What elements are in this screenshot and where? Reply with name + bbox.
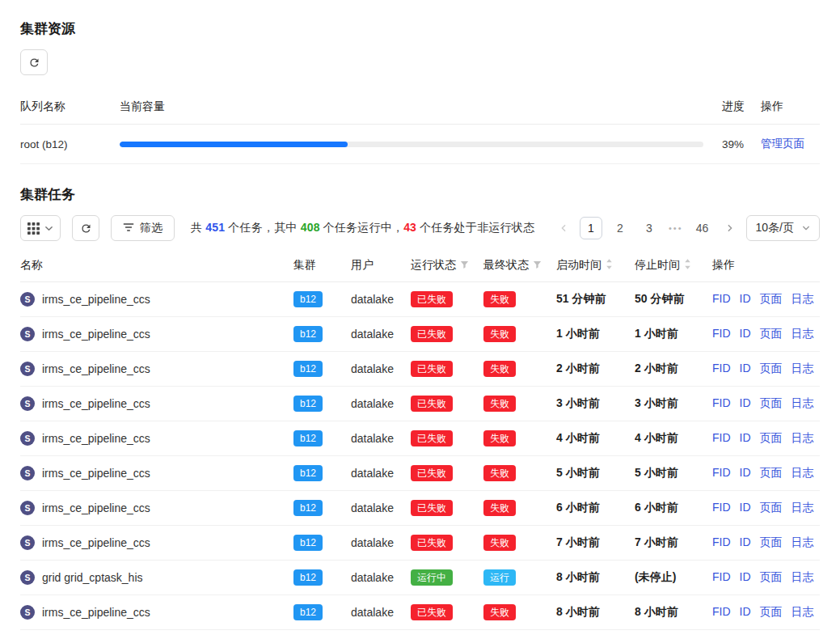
action-page-link[interactable]: 页面 xyxy=(760,535,783,548)
action-page-link[interactable]: 页面 xyxy=(760,396,783,409)
task-user: datalake xyxy=(351,387,411,421)
task-user: datalake xyxy=(351,317,411,352)
resources-refresh-button[interactable] xyxy=(20,49,48,75)
task-name: irms_ce_pipeline_ccs xyxy=(42,362,150,375)
capacity-progress-fill xyxy=(120,142,348,147)
action-id-link[interactable]: ID xyxy=(740,605,751,618)
pagination-page-last[interactable]: 46 xyxy=(691,217,714,239)
action-page-link[interactable]: 页面 xyxy=(760,327,783,340)
task-row: Sirms_ce_pipeline_ccsb12datalake已失败失败6 小… xyxy=(20,491,820,526)
action-id-link[interactable]: ID xyxy=(740,327,751,340)
filter-button-label: 筛选 xyxy=(140,221,163,235)
pagination-next-button[interactable] xyxy=(720,217,740,239)
action-id-link[interactable]: ID xyxy=(740,501,751,514)
pagination-page-2[interactable]: 2 xyxy=(609,217,631,239)
action-id-link[interactable]: ID xyxy=(740,535,751,548)
action-fid-link[interactable]: FID xyxy=(712,431,731,444)
page-size-select[interactable]: 10条/页 xyxy=(746,215,820,241)
action-log-link[interactable]: 日志 xyxy=(791,362,814,375)
action-fid-link[interactable]: FID xyxy=(712,501,731,514)
start-time: 7 小时前 xyxy=(556,526,635,561)
action-log-link[interactable]: 日志 xyxy=(791,292,814,305)
pagination-page-3[interactable]: 3 xyxy=(638,217,661,239)
task-name: irms_ce_pipeline_ccs xyxy=(42,536,150,549)
action-fid-link[interactable]: FID xyxy=(712,292,731,305)
chevron-down-icon xyxy=(802,222,810,235)
filter-button[interactable]: 筛选 xyxy=(111,215,175,241)
cluster-badge: b12 xyxy=(293,604,323,620)
chevron-down-icon xyxy=(44,224,53,233)
sorter-icon[interactable] xyxy=(606,258,613,273)
final-status-badge: 运行 xyxy=(483,569,516,586)
action-id-link[interactable]: ID xyxy=(740,570,751,583)
start-time: 2 小时前 xyxy=(556,352,635,387)
pagination-page-1[interactable]: 1 xyxy=(580,217,602,239)
action-page-link[interactable]: 页面 xyxy=(760,292,783,305)
task-name: grid grid_cptask_his xyxy=(42,571,143,584)
run-status-badge: 已失败 xyxy=(411,465,453,481)
sorter-icon[interactable] xyxy=(684,258,691,273)
run-status-badge: 已失败 xyxy=(411,535,453,551)
action-id-link[interactable]: ID xyxy=(740,431,751,444)
stop-time: 8 小时前 xyxy=(635,595,712,630)
action-page-link[interactable]: 页面 xyxy=(760,466,783,479)
action-log-link[interactable]: 日志 xyxy=(791,535,814,548)
action-fid-link[interactable]: FID xyxy=(712,466,731,479)
spark-avatar-icon: S xyxy=(20,570,35,585)
task-row: Sirms_ce_pipeline_ccsb12datalake已失败失败3 小… xyxy=(20,387,820,421)
action-log-link[interactable]: 日志 xyxy=(791,570,814,583)
action-id-link[interactable]: ID xyxy=(740,292,751,305)
action-fid-link[interactable]: FID xyxy=(712,570,731,583)
action-id-link[interactable]: ID xyxy=(740,362,751,375)
spark-avatar-icon: S xyxy=(20,362,35,376)
pagination-ellipsis[interactable]: ••• xyxy=(667,223,685,233)
filter-funnel-icon[interactable] xyxy=(460,259,469,272)
run-status-badge: 已失败 xyxy=(411,361,453,377)
start-time: 1 小时前 xyxy=(556,317,635,352)
action-id-link[interactable]: ID xyxy=(740,466,751,479)
col-start-time[interactable]: 启动时间 xyxy=(556,249,635,282)
run-status-badge: 已失败 xyxy=(411,396,453,412)
column-settings-button[interactable] xyxy=(20,215,61,241)
action-log-link[interactable]: 日志 xyxy=(791,605,814,618)
stop-time: 2 小时前 xyxy=(635,352,712,387)
action-log-link[interactable]: 日志 xyxy=(791,431,814,444)
task-row: Sirms_ce_pipeline_ccsb12datalake已失败失败1 小… xyxy=(20,317,820,352)
action-fid-link[interactable]: FID xyxy=(712,362,731,375)
filter-lines-icon xyxy=(123,222,134,235)
final-status-badge: 失败 xyxy=(483,430,516,446)
action-log-link[interactable]: 日志 xyxy=(791,466,814,479)
final-status-badge: 失败 xyxy=(483,465,516,481)
tasks-section-title: 集群任务 xyxy=(20,185,820,204)
manage-page-link[interactable]: 管理页面 xyxy=(761,138,804,150)
cluster-badge: b12 xyxy=(293,569,323,586)
action-fid-link[interactable]: FID xyxy=(712,535,731,548)
tasks-refresh-button[interactable] xyxy=(72,215,99,241)
run-status-badge: 已失败 xyxy=(411,291,453,307)
task-table-body: Sirms_ce_pipeline_ccsb12datalake已失败失败51 … xyxy=(20,282,820,630)
summary-running-count: 408 xyxy=(301,221,320,234)
action-log-link[interactable]: 日志 xyxy=(791,396,814,409)
action-log-link[interactable]: 日志 xyxy=(791,327,814,340)
action-fid-link[interactable]: FID xyxy=(712,605,731,618)
action-page-link[interactable]: 页面 xyxy=(760,362,783,375)
stop-time: 3 小时前 xyxy=(635,387,712,421)
start-time: 5 小时前 xyxy=(556,456,635,491)
run-status-badge: 已失败 xyxy=(411,326,453,342)
tasks-header-row: 名称 集群 用户 运行状态 最终状态 启动时间 停止时间 操作 xyxy=(20,249,820,282)
start-time: 51 分钟前 xyxy=(556,282,635,317)
capacity-progress-bar xyxy=(120,142,703,147)
col-stop-time[interactable]: 停止时间 xyxy=(635,249,712,282)
action-page-link[interactable]: 页面 xyxy=(760,431,783,444)
pagination-prev-button[interactable] xyxy=(554,217,573,239)
action-id-link[interactable]: ID xyxy=(740,396,751,409)
summary-total-count: 451 xyxy=(205,221,225,234)
action-page-link[interactable]: 页面 xyxy=(760,570,783,583)
col-final-status: 最终状态 xyxy=(483,249,556,282)
action-page-link[interactable]: 页面 xyxy=(760,501,783,514)
filter-funnel-icon[interactable] xyxy=(533,259,542,272)
action-page-link[interactable]: 页面 xyxy=(760,605,783,618)
action-log-link[interactable]: 日志 xyxy=(791,501,814,514)
action-fid-link[interactable]: FID xyxy=(712,396,731,409)
action-fid-link[interactable]: FID xyxy=(712,327,731,340)
